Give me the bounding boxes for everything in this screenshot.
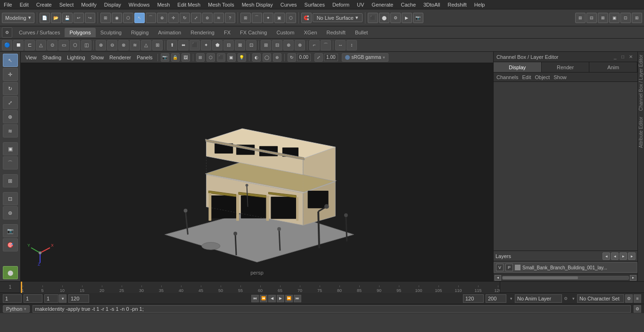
viewport-menu-shading[interactable]: Shading	[41, 55, 63, 60]
snap-view-btn[interactable]: ▣	[274, 13, 285, 23]
universal-tool-btn[interactable]: ⊛	[202, 13, 213, 23]
crease-btn[interactable]: ⌒	[321, 40, 331, 50]
tab-bullet[interactable]: Bullet	[350, 28, 373, 37]
layout-btn-6[interactable]: ⊞	[632, 13, 642, 23]
camera-tool[interactable]: 📷	[3, 224, 18, 237]
combine-btn[interactable]: ⊕	[96, 40, 106, 50]
snap-to-curve-tool[interactable]: ⊛	[3, 206, 18, 219]
anim-end-field[interactable]: 120	[463, 294, 484, 303]
anim-layer-chevron[interactable]: ▾	[508, 296, 514, 301]
rotate-tool[interactable]: ↻	[3, 82, 18, 95]
tab-rigging[interactable]: Rigging	[126, 28, 153, 37]
menu-item-display[interactable]: Display	[102, 2, 123, 8]
command-input[interactable]	[33, 305, 631, 313]
viewport-menu-lighting[interactable]: Lighting	[65, 55, 87, 60]
paint-select-btn[interactable]: ⊕	[157, 13, 167, 23]
tab-rendering[interactable]: Rendering	[186, 28, 219, 37]
layout-btn-5[interactable]: ⊡	[620, 13, 631, 23]
select-by-hierarchy-btn[interactable]: ⊞	[100, 13, 111, 23]
channel-tab-anim[interactable]: Anim	[589, 62, 637, 72]
goto-start-btn[interactable]: ⏮	[251, 295, 259, 302]
render-cam-btn[interactable]: 📷	[413, 13, 423, 23]
select-by-object-btn[interactable]: ◉	[112, 13, 122, 23]
ch-menu-channels[interactable]: Channels	[496, 74, 518, 80]
redo-btn[interactable]: ↪	[85, 13, 95, 23]
anim-layer-settings-icon[interactable]: ⚙	[563, 296, 569, 301]
cylinder-icon-btn[interactable]: ⊏	[25, 40, 35, 50]
menu-item-3dtall[interactable]: 3DtoAll	[421, 2, 442, 8]
open-scene-btn[interactable]: 📂	[51, 13, 61, 23]
insert-edge-loop-btn[interactable]: ⊞	[261, 40, 271, 50]
command-run-btn[interactable]: ⚙	[634, 305, 641, 313]
live-surface-btn[interactable]: No Live Surface ▾	[313, 13, 363, 22]
right-panel-scrollbar[interactable]: ◂ ▸	[494, 274, 637, 281]
char-set-chevron[interactable]: ▾	[570, 296, 576, 301]
menu-item-mesh-display[interactable]: Mesh Display	[240, 2, 275, 8]
vp-isolate-btn[interactable]: ⊕	[273, 53, 281, 62]
channel-box-close-btn[interactable]: ✕	[629, 54, 635, 60]
menu-item-redshift[interactable]: Redshift	[446, 2, 468, 8]
layout-btn-1[interactable]: ⊞	[575, 13, 586, 23]
bevel-btn[interactable]: ⌐	[309, 40, 320, 50]
menu-item-generate[interactable]: Generate	[370, 2, 395, 8]
range-end-field[interactable]: 120	[68, 294, 89, 303]
scrollbar-right-btn[interactable]: ▸	[630, 275, 636, 281]
save-scene-btn[interactable]: 💾	[62, 13, 73, 23]
rendering-icon[interactable]: ⬤	[3, 266, 18, 279]
question-btn[interactable]: ?	[225, 13, 235, 23]
extrude-btn[interactable]: ⬆	[167, 40, 177, 50]
tab-fx-caching[interactable]: FX Caching	[235, 28, 272, 37]
special-icon-btn[interactable]: ⬡	[70, 40, 80, 50]
move-tool[interactable]: ✛	[3, 68, 18, 81]
scrollbar-left-btn[interactable]: ◂	[495, 275, 501, 281]
layer-playback-btn[interactable]: P	[505, 264, 513, 271]
layer-row[interactable]: V P Small_Bank_Branch_Building_001_lay..…	[494, 262, 637, 273]
tab-redshift[interactable]: Redshift	[322, 28, 350, 37]
torus-icon-btn[interactable]: ⊙	[47, 40, 58, 50]
menu-item-file[interactable]: File	[2, 2, 14, 8]
vp-solid-btn[interactable]: ⬛	[217, 53, 225, 62]
collapse-btn[interactable]: ⊟	[223, 40, 234, 50]
scale-tool-btn[interactable]: ⤢	[191, 13, 201, 23]
camera-rotate-btn[interactable]: ↻	[288, 53, 296, 62]
tab-custom[interactable]: Custom	[272, 28, 299, 37]
lasso-select-tool[interactable]: ⌒	[3, 156, 18, 170]
channel-box-maximize-btn[interactable]: □	[621, 54, 627, 60]
marquee-tool[interactable]: ▣	[3, 142, 18, 155]
menu-item-curves[interactable]: Curves	[279, 2, 299, 8]
layer-visibility-btn[interactable]: V	[496, 264, 504, 271]
menu-item-help[interactable]: Help	[472, 2, 487, 8]
frame-field-2[interactable]: 1	[24, 294, 42, 303]
subdivide-btn[interactable]: ⊞	[152, 40, 163, 50]
move-tool-btn[interactable]: ✛	[168, 13, 179, 23]
frame-field-expand-btn[interactable]: ▾	[59, 294, 66, 303]
vp-select-camera-btn[interactable]: 📷	[161, 53, 169, 62]
pipe-icon-btn[interactable]: ◫	[81, 40, 91, 50]
menu-item-mesh[interactable]: Mesh	[155, 2, 172, 8]
menu-item-edit-mesh[interactable]: Edit Mesh	[175, 2, 202, 8]
tab-xgen[interactable]: XGen	[299, 28, 322, 37]
layout-btn-4[interactable]: ▣	[609, 13, 619, 23]
wedge-btn[interactable]: ⬟	[212, 40, 223, 50]
viewport-3d[interactable]: X Y Z persp	[21, 63, 493, 281]
menu-item-edit[interactable]: Edit	[18, 2, 31, 8]
ch-menu-show[interactable]: Show	[553, 74, 567, 80]
menu-item-cache[interactable]: Cache	[399, 2, 418, 8]
plane-icon-btn[interactable]: ▭	[58, 40, 69, 50]
render-btn[interactable]: ⬛	[368, 13, 378, 23]
snap-point-btn[interactable]: ✦	[263, 13, 273, 23]
frame-field-3[interactable]: 1	[44, 294, 58, 303]
rotate-tool-btn[interactable]: ↻	[180, 13, 190, 23]
tab-curves-surfaces[interactable]: Curves / Surfaces	[14, 28, 65, 37]
viewport-menu-view[interactable]: View	[24, 55, 39, 60]
render-settings-btn[interactable]: ⚙	[390, 13, 401, 23]
settings-icon[interactable]: ⚙	[2, 27, 12, 38]
step-back-btn[interactable]: ⏪	[260, 295, 267, 302]
camera-scale-value[interactable]: 1.00	[324, 54, 338, 61]
tab-animation[interactable]: Animation	[153, 28, 186, 37]
menu-item-mesh-tools[interactable]: Mesh Tools	[206, 2, 236, 8]
tab-polygons[interactable]: Polygons	[65, 28, 95, 37]
menu-item-surfaces[interactable]: Surfaces	[303, 2, 327, 8]
scrollbar-track[interactable]	[502, 276, 629, 280]
soft-mod-btn[interactable]: ≋	[214, 13, 224, 23]
